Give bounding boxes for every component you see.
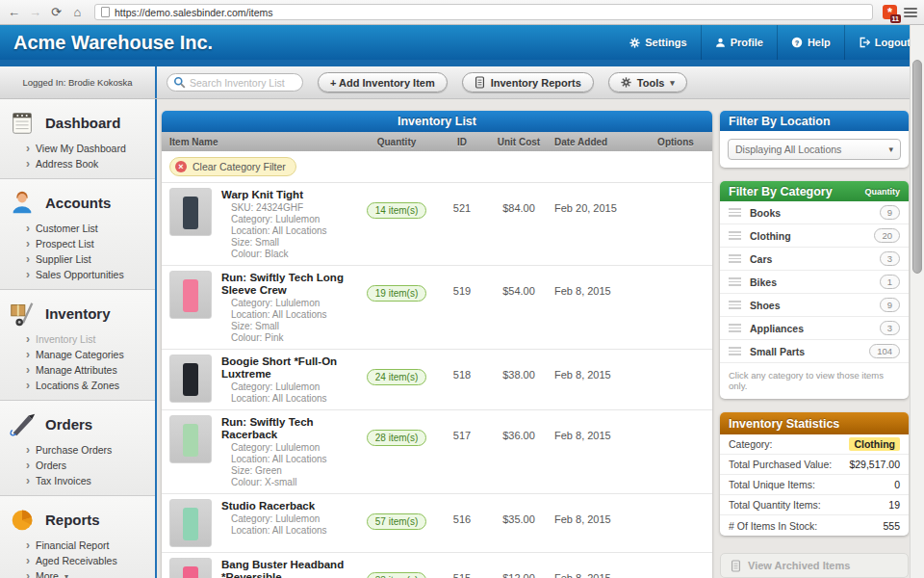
drag-handle-icon[interactable] (729, 208, 741, 217)
sidebar-item-customer-list[interactable]: ›Customer List (0, 221, 155, 236)
sidebar-item-prospect-list[interactable]: ›Prospect List (0, 236, 155, 251)
sidebar-item-orders[interactable]: ›Orders (0, 458, 155, 473)
category-row-clothing[interactable]: Clothing 20 (720, 224, 909, 248)
item-detail: Colour: X-small (221, 477, 352, 488)
sidebar-item-more[interactable]: ›More▾ (0, 568, 155, 578)
refresh-icon[interactable]: ⟳ (49, 5, 64, 19)
drag-handle-icon[interactable] (729, 254, 741, 263)
header-nav: Settings Profile ? Help Logout (616, 25, 924, 60)
sidebar-item-manage-categories[interactable]: ›Manage Categories (0, 347, 155, 362)
table-row[interactable]: Boogie Short *Full-On Luxtreme Category:… (162, 350, 712, 410)
item-photo (169, 188, 212, 236)
drag-handle-icon[interactable] (729, 347, 741, 355)
table-row[interactable]: Bang Buster Headband *Reversible Categor… (162, 553, 712, 578)
item-date-added: Feb 8, 2015 (554, 499, 647, 525)
category-row-cars[interactable]: Cars 3 (720, 248, 909, 271)
item-detail: Location: All Locations (221, 454, 352, 465)
sidebar-section-orders: Orders ›Purchase Orders ›Orders ›Tax Inv… (0, 401, 155, 496)
table-row[interactable]: Run: Swiftly Tech Racerback Category: Lu… (162, 410, 712, 494)
browser-menu-icon[interactable] (904, 8, 917, 17)
item-options (647, 271, 705, 285)
drag-handle-icon[interactable] (729, 324, 741, 332)
drag-handle-icon[interactable] (729, 301, 741, 309)
window-scrollbar-track[interactable] (910, 25, 924, 578)
view-archived-items-button[interactable]: View Archived Items (720, 553, 909, 578)
category-name: Shoes (750, 300, 880, 311)
settings-link[interactable]: Settings (616, 25, 700, 60)
table-row[interactable]: Run: Swiftly Tech Long Sleeve Crew Categ… (162, 266, 712, 350)
category-row-books[interactable]: Books 9 (720, 201, 909, 224)
sidebar-item-tax-invoices[interactable]: ›Tax Invoices (0, 473, 155, 488)
item-detail: SKU: 24324GHF (221, 202, 352, 214)
category-count-badge: 9 (880, 298, 900, 312)
sidebar-item-aged-receivables[interactable]: ›Aged Receivables (0, 553, 155, 568)
sidebar-item-inventory-list[interactable]: ›Inventory List (0, 331, 155, 347)
section-title-orders: Orders (45, 416, 92, 433)
search-box[interactable] (167, 73, 303, 92)
main-area: Inventory List Item Name Quantity ID Uni… (162, 99, 712, 578)
category-row-bikes[interactable]: Bikes 1 (720, 271, 909, 294)
back-icon[interactable]: ← (7, 5, 21, 19)
drag-handle-icon[interactable] (729, 231, 741, 240)
sidebar-item-financial-report[interactable]: ›Financial Report (0, 538, 155, 553)
item-unit-cost: $38.00 (483, 355, 554, 381)
item-photo (169, 271, 212, 319)
table-row[interactable]: Warp Knit Tight SKU: 24324GHF Category: … (162, 183, 712, 266)
sidebar-item-label: View My Dashboard (36, 143, 126, 154)
sidebar-item-address-book[interactable]: ›Address Book (0, 156, 155, 171)
table-row[interactable]: Studio Racerback Category: Lululemon Loc… (162, 494, 712, 553)
caret-down-icon: ▾ (64, 572, 68, 578)
profile-link[interactable]: Profile (701, 25, 777, 60)
stat-row-purchased-value: Total Purchased Value: $29,517.00 (720, 455, 909, 475)
category-name: Cars (750, 253, 880, 265)
forward-icon[interactable]: → (28, 5, 42, 19)
sidebar-item-purchase-orders[interactable]: ›Purchase Orders (0, 442, 155, 458)
sidebar-item-view-my-dashboard[interactable]: ›View My Dashboard (0, 141, 155, 156)
clear-category-filter-label: Clear Category Filter (192, 161, 286, 172)
item-unit-cost: $35.00 (483, 499, 554, 525)
item-detail: Location: All Locations (221, 225, 352, 237)
sidebar-item-label: Supplier List (36, 253, 91, 265)
tools-button[interactable]: Tools ▾ (608, 72, 687, 92)
sidebar-section-inventory: Inventory ›Inventory List ›Manage Catego… (0, 290, 155, 401)
inventory-reports-button[interactable]: Inventory Reports (462, 72, 594, 92)
sidebar-item-label: Financial Report (36, 539, 109, 551)
category-count-badge: 3 (880, 321, 900, 335)
item-date-added: Feb 8, 2015 (554, 415, 647, 441)
sidebar-item-locations-zones[interactable]: ›Locations & Zones (0, 378, 155, 393)
section-title-reports: Reports (45, 512, 100, 528)
drag-handle-icon[interactable] (729, 277, 741, 286)
sidebar-item-supplier-list[interactable]: ›Supplier List (0, 251, 155, 267)
svg-text:?: ? (795, 39, 800, 47)
chevron-right-icon: › (26, 381, 30, 390)
extension-icon[interactable]: * 11 (883, 5, 897, 19)
sidebar-item-manage-attributes[interactable]: ›Manage Attributes (0, 362, 155, 378)
item-unit-cost: $36.00 (483, 415, 554, 441)
location-select-value: Displaying All Locations (735, 144, 841, 155)
category-row-appliances[interactable]: Appliances 3 (720, 317, 909, 340)
content-area: Dashboard ›View My Dashboard ›Address Bo… (0, 99, 924, 578)
help-link[interactable]: ? Help (777, 25, 844, 60)
search-input[interactable] (190, 77, 296, 89)
active-filter-row: × Clear Category Filter (162, 151, 712, 183)
quantity-badge: 14 item(s) (367, 202, 426, 219)
window-scrollbar-thumb[interactable] (912, 60, 922, 274)
col-item-name: Item Name (169, 137, 352, 147)
item-photo (169, 415, 212, 463)
item-photo (169, 499, 212, 547)
address-bar[interactable]: https://demo.salesbinder.com/items (94, 4, 873, 20)
category-row-small-parts[interactable]: Small Parts 104 (720, 340, 909, 363)
chevron-right-icon: › (26, 334, 30, 344)
sidebar-item-sales-opportunities[interactable]: ›Sales Opportunities (0, 267, 155, 282)
sidebar-item-label: Purchase Orders (36, 444, 112, 456)
home-icon[interactable]: ⌂ (70, 5, 85, 19)
sidebar-section-accounts: Accounts ›Customer List ›Prospect List ›… (0, 179, 155, 290)
add-inventory-item-button[interactable]: + Add Inventory Item (318, 72, 448, 92)
clear-category-filter-button[interactable]: × Clear Category Filter (169, 157, 296, 176)
location-select[interactable]: Displaying All Locations ▾ (728, 139, 901, 160)
category-row-shoes[interactable]: Shoes 9 (720, 294, 909, 317)
filter-by-category-panel: Filter By Category Quantity Books 9 Clot… (720, 181, 909, 399)
stat-label: Total Purchased Value: (729, 459, 832, 470)
item-date-added: Feb 20, 2015 (554, 188, 647, 214)
sidebar-item-label: Sales Opportunities (36, 269, 124, 280)
